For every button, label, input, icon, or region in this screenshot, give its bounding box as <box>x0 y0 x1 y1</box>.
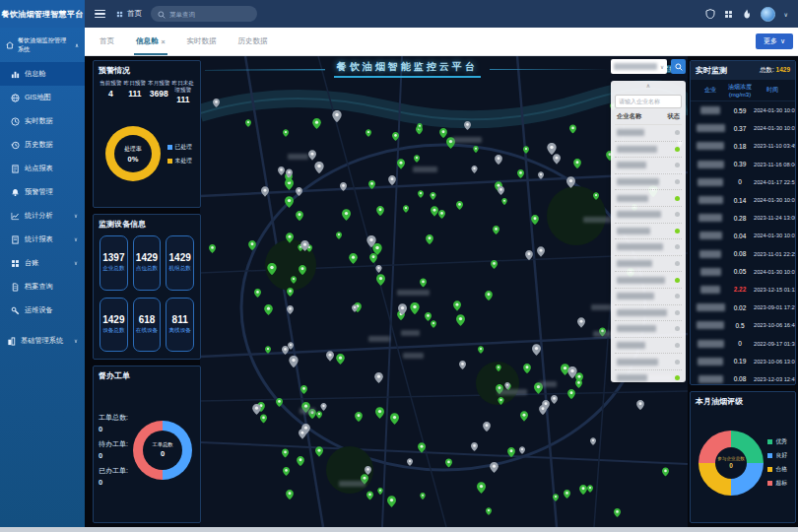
map-marker[interactable] <box>425 307 432 325</box>
map-marker[interactable] <box>414 149 420 166</box>
map-marker[interactable] <box>213 94 220 111</box>
map-marker[interactable] <box>410 300 420 318</box>
map-marker[interactable] <box>340 177 347 195</box>
map-marker[interactable] <box>245 113 251 131</box>
caret-down-icon[interactable]: ∨ <box>784 11 788 18</box>
enterprise-row[interactable] <box>615 338 682 355</box>
map-marker[interactable] <box>388 171 396 189</box>
device-stat-card[interactable]: 1429机组总数 <box>166 235 194 291</box>
map-marker[interactable] <box>547 141 557 159</box>
enterprise-select[interactable]: ∨ <box>611 59 667 74</box>
sidebar-item-realtime-data[interactable]: 实时数据 <box>0 109 85 133</box>
map-marker[interactable] <box>377 481 383 499</box>
map-marker[interactable] <box>567 365 577 382</box>
flame-icon[interactable] <box>742 9 752 19</box>
map-marker[interactable] <box>301 421 310 438</box>
map-marker[interactable] <box>296 182 302 200</box>
enterprise-row[interactable] <box>615 239 682 256</box>
map-marker[interactable] <box>254 284 261 301</box>
map-marker[interactable] <box>459 356 466 373</box>
map-marker[interactable] <box>285 194 294 212</box>
map-marker[interactable] <box>286 165 293 182</box>
map-marker[interactable] <box>260 410 267 428</box>
sidebar-item-site-report[interactable]: 站点报表 <box>0 157 85 180</box>
map-marker[interactable] <box>376 202 384 220</box>
map-marker[interactable] <box>390 411 399 429</box>
map-marker[interactable] <box>532 342 541 360</box>
map-marker[interactable] <box>336 351 345 368</box>
map-marker[interactable] <box>418 439 426 457</box>
device-stat-card[interactable]: 1397企业总数 <box>100 235 128 291</box>
enterprise-row[interactable] <box>615 207 682 224</box>
enterprise-row[interactable] <box>615 321 682 338</box>
sidebar-item-ledger[interactable]: 台账∨ <box>0 251 85 275</box>
map-marker[interactable] <box>551 390 558 408</box>
map-marker[interactable] <box>485 287 493 304</box>
close-tab-icon[interactable]: × <box>162 38 166 45</box>
monitor-row[interactable]: 0.192023-10-06 13:04:00 <box>691 353 795 370</box>
map-marker[interactable] <box>491 255 498 273</box>
map-marker[interactable] <box>403 199 409 217</box>
map-marker[interactable] <box>456 196 463 214</box>
map-marker[interactable] <box>495 151 502 168</box>
map-marker[interactable] <box>276 393 283 411</box>
map-marker[interactable] <box>573 155 581 172</box>
topbar-home[interactable]: 首页 <box>114 9 142 19</box>
device-stat-card[interactable]: 811离线设备 <box>166 298 194 353</box>
map-marker[interactable] <box>387 494 396 511</box>
sidebar-item-base-system[interactable]: 基础管理系统∨ <box>0 329 85 353</box>
map-marker[interactable] <box>531 211 539 229</box>
map-marker[interactable] <box>498 181 504 199</box>
map-marker[interactable] <box>398 301 407 319</box>
monitor-row[interactable]: 0.392023-11-16 08:04:00 <box>691 156 795 173</box>
enterprise-row[interactable] <box>615 158 682 174</box>
map-marker[interactable] <box>287 283 294 300</box>
menu-search[interactable] <box>151 6 257 22</box>
shield-icon[interactable] <box>705 9 715 19</box>
map-marker[interactable] <box>471 160 478 177</box>
map-marker[interactable] <box>525 246 533 264</box>
map-marker[interactable] <box>286 230 294 247</box>
map-marker[interactable] <box>248 236 256 254</box>
map-marker[interactable] <box>507 443 515 461</box>
sidebar-item-ops-device[interactable]: 运维设备 <box>0 299 85 322</box>
map-marker[interactable] <box>538 166 544 183</box>
enterprise-row[interactable] <box>615 305 682 322</box>
sidebar-item-archive-query[interactable]: 档案查询 <box>0 275 85 299</box>
map-marker[interactable] <box>417 116 423 134</box>
map-marker[interactable] <box>300 237 309 255</box>
sidebar-item-gis-map[interactable]: GIS地图 <box>0 86 85 109</box>
enterprise-row[interactable] <box>615 289 682 305</box>
tab-history[interactable]: 历史数据 <box>228 28 279 55</box>
device-stat-card[interactable]: 1429设备总数 <box>100 298 128 353</box>
map-marker[interactable] <box>662 463 669 481</box>
map-marker[interactable] <box>308 147 316 165</box>
map-marker[interactable] <box>483 418 491 435</box>
map-marker[interactable] <box>430 186 436 204</box>
sidebar-item-alert-mgmt[interactable]: 预警管理 <box>0 180 85 204</box>
enterprise-name-input[interactable] <box>615 95 682 108</box>
enterprise-search-button[interactable] <box>671 59 686 74</box>
map-marker[interactable] <box>267 261 277 279</box>
map-marker[interactable] <box>336 226 342 243</box>
map-marker[interactable] <box>392 127 399 145</box>
enterprise-row[interactable] <box>615 354 682 370</box>
map-marker[interactable] <box>418 184 424 202</box>
map-marker[interactable] <box>577 314 585 332</box>
menu-search-input[interactable] <box>169 11 250 18</box>
map-marker[interactable] <box>368 175 375 193</box>
map-marker[interactable] <box>486 501 492 519</box>
map-marker[interactable] <box>282 444 289 462</box>
map-marker[interactable] <box>326 348 334 366</box>
map-marker[interactable] <box>355 408 363 426</box>
enterprise-row[interactable] <box>615 370 682 382</box>
map-marker[interactable] <box>252 401 261 419</box>
tab-home[interactable]: 首页 <box>89 28 125 55</box>
map-marker[interactable] <box>366 487 373 504</box>
map-marker[interactable] <box>431 203 438 221</box>
sidebar-section-header[interactable]: 餐饮油烟监控管理系统 ∧ <box>0 28 85 62</box>
map-marker[interactable] <box>523 140 529 158</box>
more-button[interactable]: 更多 ∨ <box>756 33 793 49</box>
monitor-row[interactable]: 02024-01-17 22:53:00 <box>691 173 795 191</box>
device-stat-card[interactable]: 1429点位总数 <box>133 235 162 291</box>
